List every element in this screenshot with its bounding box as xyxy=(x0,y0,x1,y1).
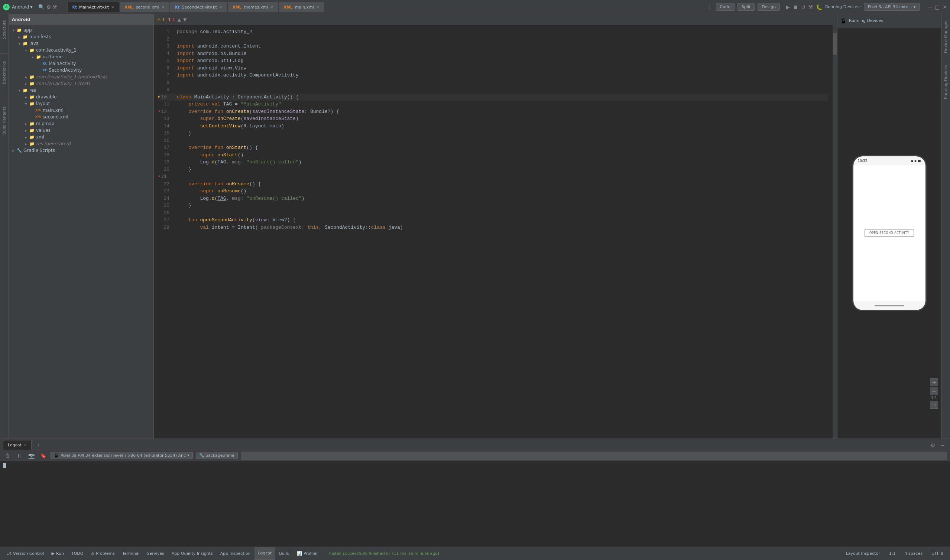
indent-status[interactable]: 4 spaces xyxy=(901,547,926,560)
add-tab-label: + xyxy=(37,443,40,448)
tree-item-test[interactable]: ▸ 📁 com.leo.activity_1 (test) xyxy=(9,80,154,87)
clear-logcat-button[interactable]: 🗑 xyxy=(3,451,12,460)
tree-item-android-test[interactable]: ▸ 📁 com.leo.activity_1 (androidTest) xyxy=(9,74,154,80)
tree-label-java: java xyxy=(29,41,38,46)
tree-item-main-activity[interactable]: Kt MainActivity xyxy=(9,60,154,67)
tab-close[interactable]: ✕ xyxy=(111,5,114,9)
tree-item-second-xml[interactable]: XML second.xml xyxy=(9,114,154,120)
debug-icon[interactable]: 🐛 xyxy=(816,4,822,10)
layout-inspector-status[interactable]: Layout Inspector xyxy=(842,547,884,560)
more-options-icon[interactable]: ⋮ xyxy=(707,3,713,11)
tree-item-values[interactable]: ▸ 📁 values xyxy=(9,127,154,134)
tab-main-activity-kt[interactable]: Kt MainActivity.kt ✕ xyxy=(68,2,119,12)
tab-themes-xml[interactable]: XML themes.xml ✕ xyxy=(228,2,278,12)
code-area[interactable]: 1 package com.leo.activity_2 2 3 import … xyxy=(154,25,833,438)
code-line-6: 6 import android.view.View xyxy=(158,65,828,72)
bookmark-button[interactable]: 🔖 xyxy=(38,451,48,460)
running-devices-label[interactable]: Running Devices xyxy=(942,59,949,105)
minimize-icon[interactable]: ─ xyxy=(929,4,932,10)
logcat-tab[interactable]: Logcat ✕ xyxy=(3,440,32,450)
app-inspection-status[interactable]: App Inspection xyxy=(217,547,254,560)
encoding-status[interactable]: UTF-8 xyxy=(928,547,947,560)
tree-item-second-activity[interactable]: Kt SecondActivity xyxy=(9,67,154,74)
tree-item-drawable[interactable]: ▸ 📁 drawable xyxy=(9,94,154,100)
tree-label-test: com.leo.activity_1 (test) xyxy=(36,81,90,86)
tree-item-layout[interactable]: ▾ 📁 layout xyxy=(9,100,154,107)
tree-item-xml[interactable]: ▸ 📁 xml xyxy=(9,134,154,140)
zoom-out-button[interactable]: − xyxy=(930,387,938,395)
tree-item-res[interactable]: ▾ 📁 res xyxy=(9,87,154,94)
zoom-in-button[interactable]: + xyxy=(930,378,938,386)
tree-label-layout: layout xyxy=(36,101,50,106)
tree-item-manifests[interactable]: ▸ 📁 manifests xyxy=(9,34,154,40)
tree-item-mipmap[interactable]: ▸ 📁 mipmap xyxy=(9,120,154,127)
project-tree: ▾ 📁 app ▸ 📁 manifests ▾ 📁 java ▾ 📁 com.l… xyxy=(9,25,154,438)
gradle-icon: 🔧 xyxy=(16,148,22,153)
tree-item-app[interactable]: ▾ 📁 app xyxy=(9,27,154,34)
nav-down[interactable]: ▼ xyxy=(183,17,186,22)
code-line-22: 22 override fun onResume() { xyxy=(158,180,828,188)
tab-close[interactable]: ✕ xyxy=(270,5,273,9)
screenshot-button[interactable]: 📷 xyxy=(27,451,35,460)
structure-label[interactable]: Structure xyxy=(1,14,8,45)
build-action-icon[interactable]: ⚒ xyxy=(808,4,813,10)
logcat-status[interactable]: Logcat xyxy=(254,547,276,560)
device-manager-label[interactable]: Device Manager xyxy=(942,14,949,59)
tab-close[interactable]: ✕ xyxy=(162,5,165,9)
tree-item-package[interactable]: ▾ 📁 com.leo.activity_1 xyxy=(9,47,154,54)
run-status[interactable]: ▶ Run xyxy=(48,547,68,560)
maximize-icon[interactable]: □ xyxy=(935,4,939,10)
tree-item-java[interactable]: ▾ 📁 java xyxy=(9,40,154,47)
add-tab[interactable]: + xyxy=(32,440,45,450)
services-status[interactable]: Services xyxy=(143,547,168,560)
logcat-tab-close[interactable]: ✕ xyxy=(24,443,27,447)
terminal-label: Terminal xyxy=(122,551,140,556)
search-icon[interactable]: 🔍 xyxy=(38,4,45,10)
tree-arrow-android-test: ▸ xyxy=(23,75,29,79)
nav-up[interactable]: ▲ xyxy=(178,17,181,22)
device-selector[interactable]: Pixel 3a API 34 exte... ▾ xyxy=(864,3,920,11)
tree-item-gradle[interactable]: ▸ 🔧 Gradle Scripts xyxy=(9,147,154,154)
tree-item-res-generated[interactable]: ▸ 📁 res (generated) xyxy=(9,140,154,147)
project-dropdown[interactable]: Android ▾ xyxy=(12,5,32,10)
settings-icon[interactable]: ⚙ xyxy=(46,4,51,10)
todo-status[interactable]: TODO xyxy=(68,547,87,560)
split-view-button[interactable]: Split xyxy=(738,3,754,11)
problems-status[interactable]: ⚠ Problems xyxy=(87,547,119,560)
build-status[interactable]: Build xyxy=(275,547,293,560)
logcat-settings[interactable]: ⚙ xyxy=(928,441,938,450)
stop-icon[interactable]: ⏹ xyxy=(793,4,798,10)
logcat-search-input[interactable] xyxy=(241,452,947,460)
editor-scrollbar[interactable] xyxy=(833,25,837,438)
version-control-status[interactable]: ⎇ Version Control xyxy=(3,547,48,560)
build-icon[interactable]: ⚒ xyxy=(52,4,57,10)
tree-item-ui-theme[interactable]: ▸ 📁 ui.theme xyxy=(9,54,154,60)
pause-logcat-button[interactable]: ⏸ xyxy=(15,451,24,460)
zoom-fit-button[interactable]: ⊡ xyxy=(930,401,938,409)
error-indicator[interactable]: ⬆ 1 xyxy=(167,17,176,22)
run-icon[interactable]: ▶ xyxy=(786,4,790,10)
tab-second-activity-kt[interactable]: Kt SecondActivity.kt ✕ xyxy=(170,2,227,12)
app-quality-insights-status[interactable]: App Quality Insights xyxy=(168,547,217,560)
package-filter[interactable]: 🔧 package:mine xyxy=(196,452,238,459)
terminal-status[interactable]: Terminal xyxy=(119,547,143,560)
close-icon[interactable]: ✕ xyxy=(942,4,947,10)
profiler-status[interactable]: 📊 Profiler xyxy=(293,547,322,560)
folder-icon-values: 📁 xyxy=(29,128,35,133)
sync-icon[interactable]: ↺ xyxy=(801,4,805,10)
code-line-28: 28 val intent = Intent( packageContext: … xyxy=(158,224,828,231)
tab-close[interactable]: ✕ xyxy=(316,5,319,9)
bookmarks-label[interactable]: Bookmarks xyxy=(1,55,8,90)
tab-second-xml[interactable]: XML second.xml ✕ xyxy=(120,2,169,12)
tab-main-xml[interactable]: XML main.xml ✕ xyxy=(279,2,324,12)
code-view-button[interactable]: Code xyxy=(716,3,734,11)
tab-close[interactable]: ✕ xyxy=(219,5,222,9)
logcat-close[interactable]: ─ xyxy=(938,441,947,450)
device-selector-logcat[interactable]: 📱 Pixel 3a API 34 extension level 7 x86 … xyxy=(51,452,193,459)
design-view-button[interactable]: Design xyxy=(758,3,780,11)
tree-item-main-xml[interactable]: XML main.xml xyxy=(9,107,154,114)
open-second-activity-button[interactable]: OPEN SECOND ACTIVITY xyxy=(865,229,914,237)
position-status[interactable]: 1:1 xyxy=(885,547,899,560)
build-variants-label[interactable]: Build Variants xyxy=(1,101,8,141)
warning-indicator[interactable]: ⚠ 1 xyxy=(157,17,165,22)
